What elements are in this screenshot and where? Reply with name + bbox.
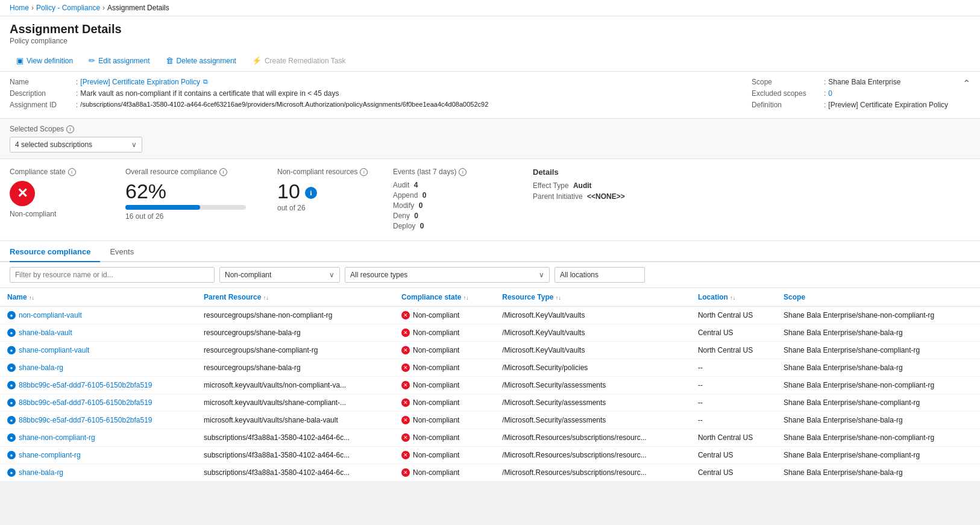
resource-name-link[interactable]: 88bbc99c-e5af-ddd7-6105-6150b2bfa519 (19, 398, 152, 407)
location-cell: -- (691, 394, 776, 412)
col-scope[interactable]: Scope (776, 288, 980, 307)
resource-type-cell: /Microsoft.Security/assessments (495, 412, 691, 429)
resource-name-link[interactable]: shane-bala-rg (19, 363, 63, 372)
compliance-badge: ✕ Non-compliant (401, 346, 488, 354)
edit-assignment-button[interactable]: ✏ Edit assignment (82, 52, 156, 69)
non-compliant-badge-icon: ✕ (401, 451, 410, 459)
assignment-id-label: Assignment ID (10, 101, 76, 109)
scope-cell: Shane Bala Enterprise/shane-bala-rg (776, 359, 980, 377)
location-cell: Central US (691, 464, 776, 482)
excluded-scopes-label: Excluded scopes (752, 89, 824, 98)
resource-type-arrow: ∨ (539, 271, 544, 279)
table-row: ● non-compliant-vault resourcegroups/sha… (0, 307, 980, 324)
col-parent-resource[interactable]: Parent Resource ↑↓ (196, 288, 394, 307)
resource-type-filter[interactable]: All resource types ∨ (345, 267, 550, 283)
description-value: Mark vault as non-compliant if it contai… (80, 89, 339, 98)
compliance-badge: ✕ Non-compliant (401, 416, 488, 424)
resource-name-link[interactable]: shane-bala-rg (19, 468, 63, 477)
parent-resource-cell: microsoft.keyvault/vaults/shane-complian… (196, 394, 394, 412)
table-row: ● shane-bala-vault resourcegroups/shane-… (0, 324, 980, 342)
name-sort-icon: ↑↓ (29, 295, 34, 301)
scope-dropdown-value: 4 selected subscriptions (15, 140, 92, 149)
tab-resource-compliance[interactable]: Resource compliance (10, 241, 100, 262)
events-deploy: Deploy 0 (393, 222, 514, 230)
progress-bar (125, 205, 200, 210)
scope-cell: Shane Bala Enterprise/shane-compliant-rg (776, 342, 980, 359)
resource-type-cell: /Microsoft.KeyVault/vaults (495, 307, 691, 324)
table-row: ● shane-non-compliant-rg subscriptions/4… (0, 429, 980, 447)
non-compliant-badge-icon: ✕ (401, 468, 410, 477)
page-header: Assignment Details Policy compliance ▣ V… (0, 16, 980, 72)
compliance-state-filter[interactable]: Non-compliant ∨ (219, 267, 340, 283)
search-input[interactable] (10, 267, 215, 283)
delete-assignment-button[interactable]: 🗑 Delete assignment (159, 52, 243, 69)
copy-icon[interactable]: ⧉ (203, 78, 208, 86)
description-row: Description : Mark vault as non-complian… (10, 89, 740, 98)
resource-name-link[interactable]: 88bbc99c-e5af-ddd7-6105-6150b2bfa519 (19, 416, 152, 424)
scope-cell: Shane Bala Enterprise/shane-non-complian… (776, 377, 980, 394)
events-modify: Modify 0 (393, 201, 514, 210)
events-label: Events (last 7 days) (393, 168, 456, 176)
breadcrumb-home[interactable]: Home (10, 4, 29, 12)
resource-name-link[interactable]: shane-compliant-vault (19, 346, 89, 354)
tab-events[interactable]: Events (100, 241, 143, 262)
scope-cell: Shane Bala Enterprise/shane-bala-rg (776, 464, 980, 482)
location-cell: Central US (691, 324, 776, 342)
resource-icon: ● (7, 363, 16, 372)
resource-name-link[interactable]: shane-bala-vault (19, 329, 72, 337)
resource-icon: ● (7, 346, 16, 354)
col-resource-type[interactable]: Resource Type ↑↓ (495, 288, 691, 307)
compliance-badge: ✕ Non-compliant (401, 451, 488, 459)
resource-icon: ● (7, 381, 16, 389)
definition-row: Definition : [Preview] Certificate Expir… (752, 101, 950, 109)
delete-icon: 🗑 (166, 56, 174, 65)
scope-dropdown[interactable]: 4 selected subscriptions ∨ (10, 137, 142, 152)
resource-type-cell: /Microsoft.Resources/subscriptions/resou… (495, 429, 691, 447)
resource-icon: ● (7, 451, 16, 459)
resource-type-cell: /Microsoft.KeyVault/vaults (495, 324, 691, 342)
non-compliant-info-icon: i (360, 168, 368, 176)
events-append: Append 0 (393, 191, 514, 200)
table-row: ● shane-bala-rg subscriptions/4f3a88a1-3… (0, 464, 980, 482)
excluded-scopes-value[interactable]: 0 (828, 89, 832, 98)
assignment-id-value: /subscriptions/4f3a88a1-3580-4102-a464-6… (80, 101, 488, 109)
resource-name-link[interactable]: non-compliant-vault (19, 311, 82, 319)
non-compliant-count: 10 (277, 181, 300, 201)
resource-type-cell: /Microsoft.Resources/subscriptions/resou… (495, 464, 691, 482)
compliance-badge: ✕ Non-compliant (401, 468, 488, 477)
scope-cell: Shane Bala Enterprise/shane-compliant-rg (776, 447, 980, 464)
resource-icon: ● (7, 311, 16, 319)
scope-cell: Shane Bala Enterprise/shane-bala-rg (776, 324, 980, 342)
filter-section: Non-compliant ∨ All resource types ∨ All… (0, 262, 980, 288)
selected-scopes-label: Selected Scopes (10, 125, 64, 133)
resource-type-cell: /Microsoft.Security/assessments (495, 394, 691, 412)
breadcrumb-current: Assignment Details (107, 4, 169, 12)
locations-filter[interactable]: All locations (554, 267, 645, 283)
parent-sort-icon: ↑↓ (263, 295, 269, 301)
location-cell: -- (691, 377, 776, 394)
compliance-state-block: Compliance state i ✕ Non-compliant (10, 168, 106, 218)
location-cell: -- (691, 359, 776, 377)
col-location[interactable]: Location ↑↓ (691, 288, 776, 307)
scope-cell: Shane Bala Enterprise/shane-non-complian… (776, 307, 980, 324)
compliance-filter-value: Non-compliant (225, 271, 271, 279)
col-name[interactable]: Name ↑↓ (0, 288, 196, 307)
breadcrumb: Home › Policy - Compliance › Assignment … (0, 0, 980, 16)
resource-name-link[interactable]: shane-non-compliant-rg (19, 433, 95, 442)
page-title: Assignment Details (10, 22, 970, 36)
breadcrumb-policy-compliance[interactable]: Policy - Compliance (36, 4, 100, 12)
events-info-icon: i (459, 168, 466, 176)
resource-type-cell: /Microsoft.Resources/subscriptions/resou… (495, 447, 691, 464)
parent-resource-cell: resourcegroups/shane-non-compliant-rg (196, 307, 394, 324)
create-remediation-button[interactable]: ⚡ Create Remediation Task (245, 52, 353, 69)
scope-cell: Shane Bala Enterprise/shane-bala-rg (776, 412, 980, 429)
page-subtitle: Policy compliance (10, 37, 970, 45)
resource-name-link[interactable]: shane-compliant-rg (19, 451, 81, 459)
non-compliant-badge-icon: ✕ (401, 311, 410, 319)
compliance-state-label: Compliance state (10, 168, 66, 176)
col-compliance-state[interactable]: Compliance state ↑↓ (394, 288, 495, 307)
collapse-button[interactable]: ⌃ (963, 78, 970, 89)
view-definition-button[interactable]: ▣ View definition (10, 52, 80, 69)
resource-name-link[interactable]: 88bbc99c-e5af-ddd7-6105-6150b2bfa519 (19, 381, 152, 389)
name-value[interactable]: [Preview] Certificate Expiration Policy (80, 78, 200, 86)
